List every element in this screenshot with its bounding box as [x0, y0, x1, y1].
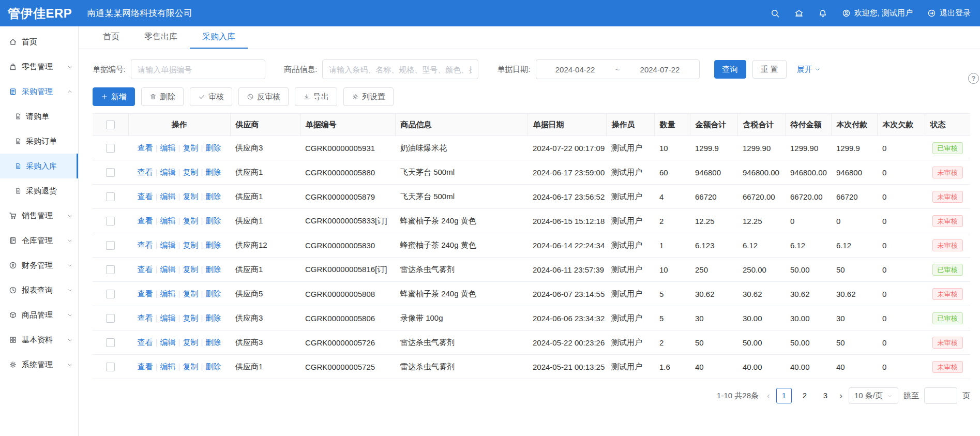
row-action-delete[interactable]: 删除: [205, 313, 221, 322]
audit-button[interactable]: 审核: [190, 87, 232, 106]
sidebar-item-sales[interactable]: 销售管理: [0, 203, 78, 228]
select-all-checkbox[interactable]: [106, 121, 115, 129]
page-button-3[interactable]: 3: [818, 388, 833, 403]
row-action-edit[interactable]: 编辑: [160, 338, 176, 347]
reset-button[interactable]: 重置: [752, 60, 787, 79]
row-checkbox[interactable]: [106, 168, 115, 177]
prev-page-button[interactable]: ‹: [766, 390, 771, 401]
row-action-copy[interactable]: 复制: [183, 265, 198, 274]
row-action-copy[interactable]: 复制: [183, 192, 198, 201]
product-info-input[interactable]: [322, 59, 478, 79]
tab-home[interactable]: 首页: [91, 26, 132, 49]
row-checkbox[interactable]: [106, 265, 115, 274]
row-action-view[interactable]: 查看: [138, 143, 153, 152]
welcome-user[interactable]: 欢迎您, 测试用户: [842, 8, 913, 18]
delete-button[interactable]: 删除: [141, 87, 184, 106]
row-action-copy[interactable]: 复制: [183, 338, 198, 347]
sidebar-item-products[interactable]: 商品管理: [0, 303, 78, 327]
row-action-edit[interactable]: 编辑: [160, 265, 176, 274]
next-page-button[interactable]: ›: [838, 390, 843, 401]
row-action-delete[interactable]: 删除: [205, 362, 221, 371]
sidebar-item-warehouse[interactable]: 仓库管理: [0, 228, 78, 253]
row-action-delete[interactable]: 删除: [205, 338, 221, 347]
portal-icon[interactable]: [794, 9, 804, 18]
row-action-copy[interactable]: 复制: [183, 168, 198, 176]
notification-bell-icon[interactable]: [818, 9, 827, 18]
row-action-copy[interactable]: 复制: [183, 313, 198, 322]
row-action-view[interactable]: 查看: [138, 289, 153, 298]
date-to[interactable]: 2024-07-22: [621, 65, 699, 74]
sidebar-item-purchase-request[interactable]: 请购单: [0, 104, 78, 129]
row-checkbox[interactable]: [106, 192, 115, 201]
add-button[interactable]: 新增: [93, 87, 135, 106]
row-action-edit[interactable]: 编辑: [160, 192, 176, 201]
tab-purchase-inbound[interactable]: 采购入库: [190, 26, 248, 49]
logout-button[interactable]: 退出登录: [927, 8, 971, 18]
sidebar-item-finance[interactable]: 财务管理: [0, 253, 78, 278]
row-action-view[interactable]: 查看: [138, 168, 153, 176]
sidebar-item-home[interactable]: 首页: [0, 29, 78, 54]
row-action-view[interactable]: 查看: [138, 313, 153, 322]
cell-qty: 2: [654, 330, 690, 355]
tab-retail-outbound[interactable]: 零售出库: [132, 26, 190, 49]
sidebar-item-retail[interactable]: 零售管理: [0, 54, 78, 79]
row-action-edit[interactable]: 编辑: [160, 240, 176, 249]
row-checkbox[interactable]: [106, 217, 115, 225]
row-action-copy[interactable]: 复制: [183, 143, 198, 152]
row-checkbox[interactable]: [106, 241, 115, 250]
row-checkbox[interactable]: [106, 363, 115, 371]
page-size-select[interactable]: 10 条/页: [849, 387, 898, 404]
sidebar-item-purchase[interactable]: 采购管理: [0, 79, 78, 104]
expand-link[interactable]: 展开: [797, 65, 821, 74]
help-icon[interactable]: ?: [968, 73, 979, 84]
date-range-picker[interactable]: 2024-04-22 ~ 2024-07-22: [536, 59, 700, 79]
sidebar-item-purchase-return[interactable]: 采购退货: [0, 178, 78, 203]
column-settings-button[interactable]: 列设置: [343, 87, 394, 106]
row-action-delete[interactable]: 删除: [205, 265, 221, 274]
row-checkbox[interactable]: [106, 338, 115, 347]
sidebar-item-system[interactable]: 系统管理: [0, 352, 78, 377]
row-action-delete[interactable]: 删除: [205, 168, 221, 176]
unaudit-button[interactable]: 反审核: [238, 87, 289, 106]
row-action-delete[interactable]: 删除: [205, 192, 221, 201]
row-checkbox[interactable]: [106, 144, 115, 153]
row-action-copy[interactable]: 复制: [183, 216, 198, 225]
row-action-edit[interactable]: 编辑: [160, 289, 176, 298]
sidebar-item-purchase-inbound[interactable]: 采购入库: [0, 154, 78, 178]
date-from[interactable]: 2024-04-22: [536, 65, 614, 74]
cell-date: 2024-06-07 23:14:55: [527, 282, 606, 306]
sidebar-item-purchase-order[interactable]: 采购订单: [0, 129, 78, 154]
company-name: 南通某某网络科技有限公司: [87, 7, 192, 19]
row-checkbox[interactable]: [106, 314, 115, 323]
bill-no-input[interactable]: [131, 59, 265, 79]
row-action-delete[interactable]: 删除: [205, 289, 221, 298]
row-action-edit[interactable]: 编辑: [160, 216, 176, 225]
search-button[interactable]: 查询: [714, 60, 746, 79]
row-action-delete[interactable]: 删除: [205, 143, 221, 152]
export-button[interactable]: 导出: [295, 87, 337, 106]
row-action-view[interactable]: 查看: [138, 216, 153, 225]
row-action-delete[interactable]: 删除: [205, 216, 221, 225]
row-action-view[interactable]: 查看: [138, 265, 153, 274]
row-action-copy[interactable]: 复制: [183, 289, 198, 298]
row-checkbox[interactable]: [106, 290, 115, 298]
row-action-edit[interactable]: 编辑: [160, 362, 176, 371]
row-action-view[interactable]: 查看: [138, 192, 153, 201]
status-badge: 未审核: [932, 191, 963, 203]
jump-page-input[interactable]: [924, 387, 957, 404]
row-action-view[interactable]: 查看: [138, 240, 153, 249]
sidebar-item-basic-data[interactable]: 基本资料: [0, 327, 78, 352]
row-action-edit[interactable]: 编辑: [160, 168, 176, 176]
search-icon[interactable]: [771, 9, 780, 18]
row-action-edit[interactable]: 编辑: [160, 313, 176, 322]
table-row: 查看|编辑|复制|删除 供应商1 CGRK00000005879 飞天茅台 50…: [93, 185, 970, 209]
row-action-copy[interactable]: 复制: [183, 362, 198, 371]
row-action-view[interactable]: 查看: [138, 362, 153, 371]
sidebar-item-reports[interactable]: 报表查询: [0, 278, 78, 303]
row-action-view[interactable]: 查看: [138, 338, 153, 347]
row-action-edit[interactable]: 编辑: [160, 143, 176, 152]
page-button-1[interactable]: 1: [776, 388, 792, 403]
page-button-2[interactable]: 2: [797, 388, 812, 403]
row-action-copy[interactable]: 复制: [183, 240, 198, 249]
row-action-delete[interactable]: 删除: [205, 240, 221, 249]
